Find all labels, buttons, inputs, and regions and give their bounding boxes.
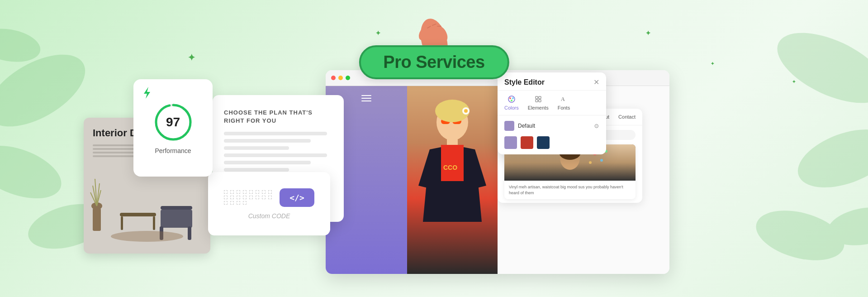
svg-rect-28	[153, 216, 155, 230]
d5	[249, 190, 253, 194]
spark-5: ✦	[792, 79, 796, 84]
svg-point-44	[464, 109, 468, 113]
default-color-swatch[interactable]	[504, 121, 514, 131]
d1	[224, 190, 228, 194]
svg-rect-32	[188, 226, 191, 240]
d2	[230, 190, 234, 194]
browser-dot-close	[331, 76, 336, 80]
color-swatch-navy[interactable]	[537, 136, 550, 149]
pro-services-badge: Pro Services	[359, 45, 509, 79]
d12	[243, 196, 247, 199]
colors-icon	[508, 96, 515, 103]
d18	[230, 201, 234, 205]
score-circle: 97	[153, 102, 194, 143]
style-editor-title: Style Editor	[504, 78, 545, 86]
svg-rect-29	[161, 206, 192, 210]
d7	[262, 190, 266, 194]
pricing-line-2	[224, 139, 311, 143]
d20	[243, 201, 247, 205]
svg-point-33	[111, 231, 183, 242]
blog-nav-contact[interactable]: Contact	[618, 114, 636, 120]
hamburger-menu-icon[interactable]	[361, 95, 371, 101]
svg-point-57	[511, 100, 512, 101]
color-swatches-row	[504, 136, 599, 149]
svg-text:A: A	[561, 96, 565, 102]
colors-tab-label: Colors	[504, 105, 519, 110]
tab-fonts[interactable]: A Fonts	[558, 95, 570, 110]
style-editor-close-button[interactable]: ✕	[593, 78, 599, 86]
svg-point-56	[512, 97, 514, 99]
d3	[237, 190, 240, 194]
gear-icon[interactable]: ⚙	[594, 123, 599, 129]
d13	[249, 196, 253, 199]
svg-point-55	[509, 97, 511, 99]
color-swatch-red[interactable]	[521, 136, 533, 149]
code-dots-container	[224, 190, 273, 205]
hamburger-line-3	[361, 101, 371, 101]
style-editor-tabs: Colors Elements A Fonts	[498, 91, 606, 115]
svg-text:CCO: CCO	[443, 164, 457, 171]
default-color-label: Default	[518, 123, 594, 129]
bg-leaves-right	[710, 0, 868, 297]
blog-card-text: Vinyl meh artisan, waistcoat big mood su…	[504, 181, 636, 199]
svg-marker-16	[144, 87, 150, 99]
d6	[256, 190, 259, 194]
svg-point-5	[790, 118, 868, 199]
hero-badge-area: Pro Services	[359, 0, 509, 79]
pricing-line-4	[224, 153, 327, 157]
spark-1: ✦	[188, 52, 195, 63]
svg-point-51	[600, 159, 603, 162]
color-swatch-purple[interactable]	[504, 136, 517, 149]
d10	[230, 196, 234, 199]
style-editor-body: Default ⚙	[498, 115, 606, 154]
svg-rect-60	[536, 100, 538, 102]
fonts-tab-icon: A	[560, 95, 568, 103]
svg-rect-27	[121, 216, 123, 230]
default-color-row: Default ⚙	[504, 121, 599, 131]
svg-point-1	[0, 135, 68, 209]
d4	[243, 190, 247, 194]
svg-rect-61	[539, 100, 541, 102]
svg-rect-58	[536, 96, 538, 99]
svg-rect-19	[93, 208, 101, 231]
browser-dot-min	[338, 76, 343, 80]
tab-colors[interactable]: Colors	[504, 95, 519, 110]
svg-rect-41	[441, 145, 464, 181]
lightning-icon	[140, 86, 154, 100]
spark-4: ✦	[711, 61, 714, 66]
style-editor-header: Style Editor ✕	[498, 72, 606, 91]
pricing-line-5	[224, 161, 311, 164]
svg-rect-59	[539, 96, 541, 99]
svg-point-52	[589, 161, 592, 164]
elements-icon	[535, 96, 542, 103]
score-number: 97	[166, 115, 180, 129]
svg-rect-30	[161, 210, 192, 228]
fonts-tab-label: Fonts	[558, 105, 570, 110]
svg-point-3	[0, 24, 43, 66]
pricing-line-1	[224, 132, 327, 135]
fonts-icon: A	[560, 96, 567, 103]
pricing-card-title: CHOOSE THE PLAN THAT'S RIGHT FOR YOU	[224, 109, 332, 125]
svg-point-4	[767, 19, 868, 118]
code-dot-grid	[224, 190, 273, 205]
performance-card: 97 Performance	[133, 79, 213, 177]
browser-dot-max	[346, 76, 350, 80]
custom-code-card: </> Custom CODE	[208, 172, 330, 235]
code-tag-button[interactable]: </>	[280, 188, 314, 207]
elements-tab-label: Elements	[528, 105, 549, 110]
d15	[262, 196, 266, 199]
colors-tab-icon	[508, 95, 516, 103]
d14	[256, 196, 259, 199]
performance-label: Performance	[155, 147, 191, 154]
pricing-line-3	[224, 146, 289, 150]
d17	[224, 201, 228, 205]
svg-rect-26	[120, 213, 156, 216]
code-card-inner: </>	[215, 188, 323, 207]
tab-elements[interactable]: Elements	[528, 95, 549, 110]
spark-3: ✦	[645, 29, 651, 37]
d19	[237, 201, 240, 205]
style-editor-panel: Style Editor ✕ Colors	[498, 72, 606, 154]
hamburger-line-2	[361, 98, 371, 99]
pricing-line-6	[224, 168, 289, 172]
d16	[268, 196, 272, 199]
